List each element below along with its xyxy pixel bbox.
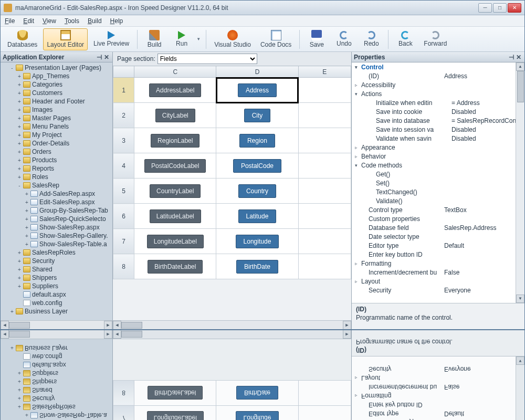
row-header[interactable]: 7: [113, 406, 134, 421]
label-chip[interactable]: BirthDateLabel: [148, 386, 203, 400]
property-row[interactable]: Enter key button ID: [352, 250, 524, 259]
maximize-button[interactable]: □: [493, 3, 507, 13]
forward-button[interactable]: Forward: [420, 28, 450, 50]
tree-item[interactable]: +My Project: [2, 131, 112, 139]
run-button[interactable]: Run: [169, 28, 194, 50]
tree-item[interactable]: +Suppliers: [2, 282, 112, 290]
property-row[interactable]: Control typeTextBox: [352, 205, 524, 214]
grid-cell[interactable]: AddressLabel: [134, 78, 216, 103]
grid-cell[interactable]: [298, 78, 351, 103]
tree-item[interactable]: +SalesRepRoles: [2, 248, 112, 257]
row-header[interactable]: 6: [113, 204, 134, 229]
grid-cell[interactable]: Longitude: [216, 406, 298, 421]
explorer-tree[interactable]: -Presentation Layer (Pages)+App_Themes+C…: [1, 339, 112, 420]
property-row[interactable]: ▾Code methods: [352, 161, 524, 170]
field-chip[interactable]: Longitude: [236, 235, 279, 248]
property-row[interactable]: Increment/decrement buFalse: [352, 268, 524, 277]
grid-hscroll[interactable]: ◄►: [113, 330, 351, 339]
grid-cell[interactable]: BirthDate: [216, 381, 298, 406]
row-header[interactable]: 8: [113, 381, 134, 406]
row-header[interactable]: 3: [113, 128, 134, 153]
tree-item[interactable]: +Show-SalesRep-Gallery.: [2, 232, 112, 240]
field-chip[interactable]: BirthDate: [236, 386, 278, 400]
menu-tools[interactable]: Tools: [65, 17, 79, 25]
label-chip[interactable]: RegionLabel: [151, 134, 200, 148]
property-row[interactable]: Custom properties: [352, 214, 524, 223]
tree-item[interactable]: +Roles: [2, 173, 112, 181]
property-row[interactable]: Get(): [352, 170, 524, 178]
row-header[interactable]: 5: [113, 178, 134, 204]
property-row[interactable]: SecurityEveryone: [352, 365, 524, 374]
grid-cell[interactable]: BirthDateLabel: [134, 381, 216, 406]
grid-cell[interactable]: City: [216, 103, 298, 128]
tree-item[interactable]: +Show-SalesRep.aspx: [2, 223, 112, 232]
menu-view[interactable]: View: [43, 17, 56, 25]
property-row[interactable]: (ID)Address: [352, 71, 524, 80]
page-section-select[interactable]: Fields: [158, 54, 257, 64]
property-row[interactable]: Date selector type: [352, 232, 524, 241]
tree-item[interactable]: +Order-Details: [2, 139, 112, 148]
row-header[interactable]: 1: [113, 78, 134, 103]
grid-cell[interactable]: [298, 178, 351, 204]
pin-icon[interactable]: ⊣: [508, 54, 515, 61]
field-chip[interactable]: Latitude: [238, 209, 277, 223]
tree-item[interactable]: +Customers: [2, 89, 112, 97]
grid-cell[interactable]: BirthDateLabel: [134, 254, 216, 279]
property-row[interactable]: Database fieldSalesRep.Address: [352, 223, 524, 232]
tree-item[interactable]: +Shippers: [2, 274, 112, 282]
property-row[interactable]: ▾Control: [352, 62, 524, 71]
tree-item[interactable]: +Show-SalesRep-Table.a: [2, 240, 112, 248]
grid-cell[interactable]: LatitudeLabel: [134, 204, 216, 229]
tree-item[interactable]: +Security: [2, 394, 112, 403]
property-row[interactable]: ▹Accessibility: [352, 80, 524, 89]
property-row[interactable]: Initialize when editin= Address: [352, 98, 524, 107]
properties-vscroll[interactable]: ▲▼: [516, 356, 524, 420]
grid-hscroll[interactable]: ◄►: [113, 320, 351, 329]
row-header[interactable]: 8: [113, 254, 134, 279]
tree-item[interactable]: +SalesRepRoles: [2, 403, 112, 411]
grid-cell[interactable]: LongitudeLabel: [134, 229, 216, 254]
grid-cell[interactable]: RegionLabel: [134, 128, 216, 153]
tree-item[interactable]: -Presentation Layer (Pages): [2, 64, 112, 72]
field-chip[interactable]: Country: [238, 184, 276, 198]
tree-item[interactable]: +Reports: [2, 164, 112, 173]
tree-item[interactable]: default.aspx: [2, 361, 112, 369]
label-chip[interactable]: LatitudeLabel: [150, 209, 201, 223]
property-row[interactable]: Save into cookieDisabled: [352, 107, 524, 116]
databases-button[interactable]: Databases: [4, 28, 41, 50]
row-header[interactable]: 2: [113, 103, 134, 128]
grid-cell[interactable]: [298, 153, 351, 178]
field-chip[interactable]: BirthDate: [236, 260, 278, 274]
label-chip[interactable]: LongitudeLabel: [147, 235, 204, 248]
properties-vscroll[interactable]: ▲▼: [516, 62, 524, 303]
build-button[interactable]: Build: [142, 28, 167, 50]
menu-help[interactable]: Help: [110, 17, 123, 25]
grid-cell[interactable]: Country: [216, 178, 298, 204]
field-chip[interactable]: Longitude: [236, 412, 279, 421]
tree-item[interactable]: +Images: [2, 106, 112, 114]
grid-cell[interactable]: Region: [216, 128, 298, 153]
tree-item[interactable]: +App_Themes: [2, 72, 112, 80]
tree-item[interactable]: +Shared: [2, 265, 112, 274]
grid-cell[interactable]: [298, 406, 351, 421]
field-chip[interactable]: Region: [239, 134, 275, 148]
property-row[interactable]: Save into session vaDisabled: [352, 125, 524, 134]
tree-item[interactable]: +Shared: [2, 386, 112, 394]
grid-cell[interactable]: PostalCode: [216, 153, 298, 178]
tree-item[interactable]: +Header and Footer: [2, 97, 112, 106]
close-pane-icon[interactable]: ✕: [515, 54, 522, 61]
property-row[interactable]: TextChanged(): [352, 187, 524, 196]
tree-item[interactable]: +Shippers: [2, 377, 112, 386]
property-row[interactable]: Validate when savinDisabled: [352, 134, 524, 143]
property-row[interactable]: Save into database= SalesRepRecordContro…: [352, 116, 524, 125]
label-chip[interactable]: AddressLabel: [149, 83, 201, 97]
close-pane-icon[interactable]: ✕: [103, 54, 110, 61]
property-row[interactable]: ▹Behavior: [352, 152, 524, 161]
design-grid[interactable]: CDE1 AddressLabel Address 2 CityLabel Ci…: [113, 380, 351, 420]
visual-studio-button[interactable]: Visual Studio: [211, 28, 255, 50]
tree-item[interactable]: +Business Layer: [2, 344, 112, 352]
property-row[interactable]: ▹Layout: [352, 374, 524, 383]
property-row[interactable]: Editor typeDefault: [352, 241, 524, 250]
tree-item[interactable]: default.aspx: [2, 290, 112, 299]
live-preview-button[interactable]: Live Preview: [90, 28, 133, 50]
